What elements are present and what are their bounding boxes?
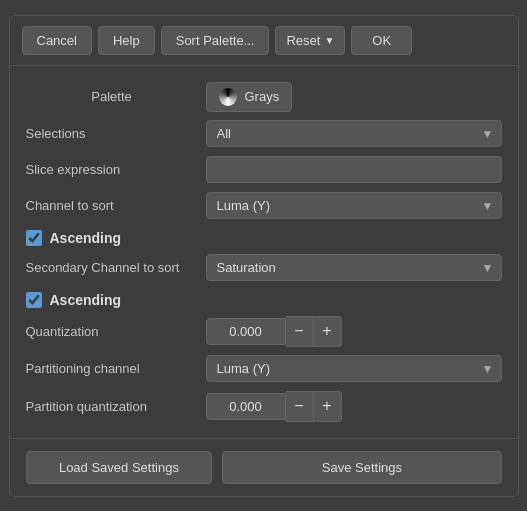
ascending2-checkbox[interactable]	[26, 292, 42, 308]
secondary-channel-row: Secondary Channel to sort Saturation Lum…	[26, 250, 502, 286]
ascending1-row: Ascending	[26, 224, 502, 250]
sort-palette-dialog: Cancel Help Sort Palette... Reset ▼ OK P…	[9, 15, 519, 497]
secondary-channel-select[interactable]: Saturation Luma (Y) Red Green Blue Hue V…	[206, 254, 502, 281]
channel-to-sort-label: Channel to sort	[26, 198, 206, 213]
ascending1-label: Ascending	[50, 230, 122, 246]
save-settings-button[interactable]: Save Settings	[222, 451, 501, 484]
ascending2-row: Ascending	[26, 286, 502, 312]
partitioning-channel-label: Partitioning channel	[26, 361, 206, 376]
secondary-channel-select-wrapper: Saturation Luma (Y) Red Green Blue Hue V…	[206, 254, 502, 281]
slice-expression-value	[206, 156, 502, 183]
selections-label: Selections	[26, 126, 206, 141]
partitioning-channel-value: Luma (Y) Red Green Blue Hue Saturation V…	[206, 355, 502, 382]
reset-label: Reset	[286, 33, 320, 48]
slice-expression-label: Slice expression	[26, 162, 206, 177]
channel-to-sort-select-wrapper: Luma (Y) Red Green Blue Hue Saturation V…	[206, 192, 502, 219]
palette-icon	[219, 88, 237, 106]
form-content: Palette Grays Selections All Selected Un…	[10, 66, 518, 438]
partition-quantization-increment-button[interactable]: +	[314, 391, 342, 422]
secondary-channel-label: Secondary Channel to sort	[26, 260, 206, 275]
palette-name: Grays	[245, 89, 280, 104]
quantization-number-row: − +	[206, 316, 502, 347]
selections-select[interactable]: All Selected Unselected	[206, 120, 502, 147]
partition-quantization-row: Partition quantization − +	[26, 387, 502, 426]
channel-to-sort-value: Luma (Y) Red Green Blue Hue Saturation V…	[206, 192, 502, 219]
palette-button[interactable]: Grays	[206, 82, 293, 112]
channel-to-sort-row: Channel to sort Luma (Y) Red Green Blue …	[26, 188, 502, 224]
ascending1-checkbox[interactable]	[26, 230, 42, 246]
palette-value: Grays	[206, 82, 502, 112]
toolbar: Cancel Help Sort Palette... Reset ▼ OK	[10, 16, 518, 66]
slice-expression-row: Slice expression	[26, 152, 502, 188]
ok-button[interactable]: OK	[351, 26, 412, 55]
load-saved-settings-button[interactable]: Load Saved Settings	[26, 451, 213, 484]
reset-chevron-icon: ▼	[324, 35, 334, 46]
partition-quantization-number-row: − +	[206, 391, 502, 422]
bottom-buttons: Load Saved Settings Save Settings	[10, 438, 518, 496]
ascending2-label: Ascending	[50, 292, 122, 308]
partitioning-channel-select-wrapper: Luma (Y) Red Green Blue Hue Saturation V…	[206, 355, 502, 382]
slice-expression-input[interactable]	[206, 156, 502, 183]
quantization-row: Quantization − +	[26, 312, 502, 351]
partitioning-channel-row: Partitioning channel Luma (Y) Red Green …	[26, 351, 502, 387]
partition-quantization-input[interactable]	[206, 393, 286, 420]
partition-quantization-value: − +	[206, 391, 502, 422]
help-button[interactable]: Help	[98, 26, 155, 55]
channel-to-sort-select[interactable]: Luma (Y) Red Green Blue Hue Saturation V…	[206, 192, 502, 219]
quantization-label: Quantization	[26, 324, 206, 339]
quantization-decrement-button[interactable]: −	[286, 316, 314, 347]
quantization-value: − +	[206, 316, 502, 347]
sort-palette-button[interactable]: Sort Palette...	[161, 26, 270, 55]
cancel-button[interactable]: Cancel	[22, 26, 92, 55]
reset-button[interactable]: Reset ▼	[275, 26, 345, 55]
palette-row: Palette Grays	[26, 78, 502, 116]
secondary-channel-value: Saturation Luma (Y) Red Green Blue Hue V…	[206, 254, 502, 281]
selections-value: All Selected Unselected ▼	[206, 120, 502, 147]
selections-row: Selections All Selected Unselected ▼	[26, 116, 502, 152]
selections-select-wrapper: All Selected Unselected ▼	[206, 120, 502, 147]
quantization-input[interactable]	[206, 318, 286, 345]
partition-quantization-decrement-button[interactable]: −	[286, 391, 314, 422]
palette-label: Palette	[26, 89, 206, 104]
partition-quantization-label: Partition quantization	[26, 399, 206, 414]
partitioning-channel-select[interactable]: Luma (Y) Red Green Blue Hue Saturation V…	[206, 355, 502, 382]
quantization-increment-button[interactable]: +	[314, 316, 342, 347]
